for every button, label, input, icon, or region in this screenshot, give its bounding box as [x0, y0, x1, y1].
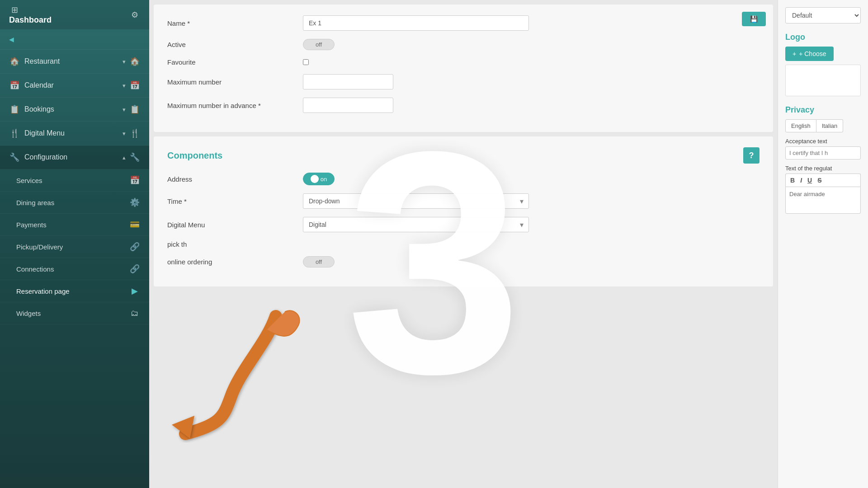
regulation-section: Text of the regulat B I U S Dear airmade	[785, 165, 861, 214]
max-number-row: Maximum number	[167, 74, 760, 89]
configuration-icon: 🔧	[9, 152, 20, 163]
time-label: Time *	[167, 197, 294, 205]
italic-button[interactable]: I	[798, 176, 804, 185]
choose-button[interactable]: + + Choose	[785, 47, 834, 61]
name-row: Name *	[167, 15, 760, 31]
bold-button[interactable]: B	[788, 176, 797, 185]
sidebar-sub-reservation[interactable]: Reservation page ▶	[0, 280, 149, 302]
sidebar-nav: ◀ 🏠 Restaurant ▾ 🏠 📅 Calendar ▾ 📅	[0, 29, 149, 488]
dashboard-icon: ⊞	[9, 5, 20, 15]
connections-icon: 🔗	[129, 263, 140, 274]
favourite-checkbox[interactable]	[303, 59, 309, 65]
sidebar-configuration-label: Configuration	[24, 153, 67, 161]
pick-label: pick th	[167, 240, 294, 248]
time-select[interactable]: Drop-down	[303, 193, 529, 209]
reservation-icon: ▶	[129, 286, 140, 296]
sidebar: ⊞ Dashboard ⚙ ◀ 🏠 Restaurant ▾ 🏠 📅	[0, 0, 149, 488]
active-toggle-label: off	[316, 41, 322, 48]
active-toggle[interactable]: off	[303, 39, 335, 50]
dining-icon: ⚙️	[129, 197, 140, 208]
sidebar-header: ⊞ Dashboard ⚙	[0, 0, 149, 29]
sidebar-item-calendar[interactable]: 📅 Calendar ▾ 📅	[0, 74, 149, 98]
pickup-label: Pickup/Delivery	[16, 243, 63, 251]
pick-row: pick th	[167, 240, 760, 248]
active-label: Active	[167, 41, 294, 48]
editor-content[interactable]: Dear airmade	[785, 187, 861, 214]
online-ordering-value: off	[316, 258, 322, 265]
sidebar-calendar-label: Calendar	[24, 81, 54, 89]
online-ordering-toggle[interactable]: off	[303, 256, 335, 267]
sidebar-item-bookings[interactable]: 📋 Bookings ▾ 📋	[0, 98, 149, 122]
acceptance-input[interactable]	[785, 146, 861, 160]
address-label: Address	[167, 175, 294, 183]
address-row: Address on	[167, 173, 760, 185]
time-select-wrapper: Drop-down	[303, 193, 529, 209]
calendar-nav-icon: 📅	[129, 80, 140, 91]
form-card-basic: 💾 Name * Active off Favourite Maximum nu…	[154, 5, 773, 132]
digital-menu-icon: 🍴	[9, 128, 20, 139]
address-toggle[interactable]: on	[303, 173, 335, 185]
sidebar-item-configuration[interactable]: 🔧 Configuration ▴ 🔧	[0, 145, 149, 169]
settings-icon: ⚙	[129, 9, 140, 20]
sidebar-digital-menu-label: Digital Menu	[24, 129, 65, 137]
favourite-row: Favourite	[167, 58, 760, 66]
active-row: Active off	[167, 39, 760, 50]
components-title: Components	[167, 150, 222, 161]
sidebar-back[interactable]: ◀	[0, 29, 149, 50]
acceptance-label: Acceptance text	[785, 138, 861, 145]
widgets-label: Widgets	[16, 310, 41, 317]
bookings-nav-icon: 📋	[129, 104, 140, 115]
privacy-tabs: English Italian	[785, 119, 861, 132]
help-button[interactable]: ?	[743, 147, 760, 164]
name-input[interactable]	[303, 15, 529, 31]
online-ordering-row: online ordering off	[167, 256, 760, 267]
digital-menu-row: Digital Menu Digital	[167, 217, 760, 232]
choose-label: + Choose	[799, 50, 826, 57]
logo-placeholder	[785, 65, 861, 96]
max-advance-input[interactable]	[303, 98, 393, 113]
digital-menu-select[interactable]: Digital	[303, 217, 529, 232]
sidebar-sub-services[interactable]: Services 📅	[0, 169, 149, 192]
max-number-input[interactable]	[303, 74, 393, 89]
main-content: 💾 Name * Active off Favourite Maximum nu…	[149, 0, 778, 488]
sidebar-item-digital-menu[interactable]: 🍴 Digital Menu ▾ 🍴	[0, 122, 149, 145]
sidebar-sub-dining[interactable]: Dining areas ⚙️	[0, 192, 149, 214]
chevron-icon-cal: ▾	[123, 82, 126, 89]
digital-menu-select-wrapper: Digital	[303, 217, 529, 232]
save-button[interactable]: 💾	[742, 12, 766, 26]
services-icon: 📅	[129, 175, 140, 186]
underline-button[interactable]: U	[806, 176, 814, 185]
strikethrough-button[interactable]: S	[816, 176, 823, 185]
sidebar-sub-pickup[interactable]: Pickup/Delivery 🔗	[0, 236, 149, 258]
default-section: Default	[785, 7, 861, 23]
sidebar-sub-connections[interactable]: Connections 🔗	[0, 258, 149, 280]
sidebar-bookings-label: Bookings	[24, 105, 54, 113]
max-number-label: Maximum number	[167, 78, 294, 86]
acceptance-section: Acceptance text	[785, 138, 861, 160]
time-row: Time * Drop-down	[167, 193, 760, 209]
restaurant-nav-icon: 🏠	[129, 56, 140, 67]
back-arrow-icon: ◀	[9, 36, 14, 43]
logo-section: Logo + + Choose	[785, 33, 861, 96]
sidebar-item-restaurant[interactable]: 🏠 Restaurant ▾ 🏠	[0, 50, 149, 74]
components-header: Components ?	[167, 147, 760, 164]
chevron-icon-dm: ▾	[123, 130, 126, 137]
payments-label: Payments	[16, 221, 47, 229]
regulation-label: Text of the regulat	[785, 165, 861, 172]
plus-icon: +	[793, 50, 796, 57]
pickup-icon: 🔗	[129, 241, 140, 252]
chevron-icon-config: ▴	[123, 154, 126, 161]
default-select[interactable]: Default	[785, 7, 861, 23]
sidebar-sub-widgets[interactable]: Widgets 🗂	[0, 302, 149, 324]
calendar-icon: 📅	[9, 80, 20, 91]
form-card-components: Components ? Address on Time * Drop-down…	[154, 136, 773, 286]
services-label: Services	[16, 177, 42, 184]
tab-italian[interactable]: Italian	[816, 119, 844, 132]
privacy-section: Privacy English Italian Acceptance text …	[785, 105, 861, 214]
reservation-label: Reservation page	[16, 287, 70, 295]
config-nav-icon: 🔧	[129, 152, 140, 163]
tab-english[interactable]: English	[785, 119, 816, 132]
sidebar-sub-payments[interactable]: Payments 💳	[0, 214, 149, 236]
dm-nav-icon: 🍴	[129, 128, 140, 139]
logo-title: Logo	[785, 33, 861, 42]
